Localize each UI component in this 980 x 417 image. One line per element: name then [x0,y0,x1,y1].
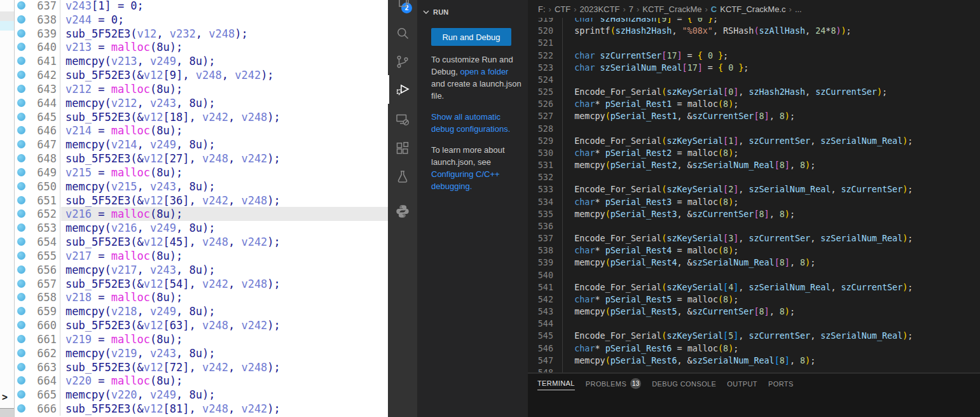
code-line[interactable]: 641memcpy(v213, v249, 8u); [15,54,388,68]
breakpoint-dot[interactable] [17,404,25,413]
code-line[interactable]: 527 memcpy(pSerial_Rest1, &szCurrentSer[… [528,110,980,122]
testing-icon[interactable] [395,169,410,185]
breakpoint-dot[interactable] [17,265,25,274]
code-line[interactable]: 528 [528,123,980,135]
code-line[interactable]: 651sub_5F52E3(&v12[36], v242, v248); [15,194,388,208]
breakpoint-dot[interactable] [17,140,25,148]
run-panel-link[interactable]: Show all automatic debug configurations. [431,112,510,134]
breakpoint-dot[interactable] [17,168,25,176]
panel-expand-arrow-icon[interactable]: > [2,392,13,406]
code-line[interactable]: 665memcpy(v220, v249, 8u); [15,388,388,402]
run-and-debug-icon[interactable] [395,81,410,97]
code-line[interactable]: 539 memcpy(pSerial_Rest4, &szSerialNum_R… [528,257,980,269]
code-line[interactable]: 647memcpy(v214, v249, 8u); [15,138,388,152]
run-section-header[interactable]: RUN [421,7,448,17]
code-line[interactable]: 531 memcpy(pSerial_Rest2, &szSerialNum_R… [528,159,980,171]
breakpoint-dot[interactable] [17,390,25,399]
breakpoint-dot[interactable] [17,1,25,10]
code-line[interactable]: 541 Encode_For_Serial(szKeySerial[4], sz… [528,281,980,293]
breakpoint-dot[interactable] [17,85,25,93]
code-line[interactable]: 654sub_5F52E3(&v12[45], v248, v242); [15,235,388,249]
code-line[interactable]: 533 Encode_For_Serial(szKeySerial[2], sz… [528,183,980,195]
code-line[interactable]: 521 [528,37,980,49]
breakpoint-dot[interactable] [17,321,25,329]
code-line[interactable]: 646v214 = malloc(8u); [15,124,388,138]
breadcrumb-item[interactable]: KCTF_CrackMe [642,4,701,14]
code-line[interactable]: 648sub_5F52E3(&v12[27], v248, v242); [15,152,388,166]
run-panel-link[interactable]: open a folder [460,67,509,76]
code-line[interactable]: 637v243[1] = 0; [15,0,388,13]
breakpoint-dot[interactable] [17,113,25,121]
code-line[interactable]: 642sub_5F52E3(&v12[9], v248, v242); [15,68,388,82]
breakpoint-dot[interactable] [17,335,25,343]
code-line[interactable]: 540 [528,269,980,281]
code-line[interactable]: 535 memcpy(pSerial_Rest3, &szCurrentSer[… [528,208,980,220]
code-line[interactable]: 526 char* pSerial_Rest1 = malloc(8); [528,98,980,110]
search-icon[interactable] [395,25,410,41]
breakpoint-dot[interactable] [17,363,25,371]
remote-explorer-icon[interactable] [395,112,410,127]
code-line[interactable]: 666sub_5F52E3(&v12[81], v248, v242); [15,402,388,416]
code-line[interactable]: 643v212 = malloc(8u); [15,82,388,96]
breakpoint-dot[interactable] [17,209,25,218]
code-line[interactable]: 523 char szSerialNum_Real[17] = { 0 }; [528,62,980,74]
code-line[interactable]: 544 [528,318,980,330]
breadcrumb-item[interactable]: F: [538,4,546,14]
breakpoint-dot[interactable] [17,99,25,107]
code-line[interactable]: 524 [528,74,980,86]
breakpoint-dot[interactable] [17,349,25,357]
breadcrumb-file[interactable]: CKCTF_CrackMe.c [711,4,786,14]
code-editor[interactable]: 519 char szHash2Hash[9] = { 0 };520 spri… [528,0,980,372]
breakpoint-dot[interactable] [17,376,25,385]
breakpoint-dot[interactable] [17,307,25,315]
panel-tab-output[interactable]: OUTPUT [727,380,757,390]
code-line[interactable]: 534 char* pSerial_Rest3 = malloc(8); [528,196,980,208]
code-line[interactable]: 529 Encode_For_Serial(szKeySerial[1], sz… [528,135,980,147]
code-line[interactable]: 538 char* pSerial_Rest4 = malloc(8); [528,244,980,257]
source-control-icon[interactable] [395,54,410,69]
code-line[interactable]: 532 [528,171,980,183]
code-line[interactable]: 537 Encode_For_Serial(szKeySerial[3], sz… [528,232,980,244]
breakpoint-dot[interactable] [17,182,25,190]
code-line[interactable]: 650memcpy(v215, v243, 8u); [15,180,388,194]
code-line[interactable]: 645sub_5F52E3(&v12[18], v242, v248); [15,110,388,124]
code-line[interactable]: 658v218 = malloc(8u); [15,290,388,304]
code-line[interactable]: 652v216 = malloc(8u); [15,207,388,221]
breakpoint-dot[interactable] [17,29,25,38]
code-line[interactable]: 638v244 = 0; [15,13,388,27]
code-line[interactable]: 543 memcpy(pSerial_Rest5, &szCurrentSer[… [528,306,980,318]
terminal-content[interactable]: 6535869776937694769681636582180944305012… [537,397,980,417]
code-line[interactable]: 664v220 = malloc(8u); [15,374,388,388]
code-line[interactable]: 530 char* pSerial_Rest2 = malloc(8); [528,147,980,159]
code-line[interactable]: 545 Encode_For_Serial(szKeySerial[5], sz… [528,330,980,342]
breakpoint-dot[interactable] [17,154,25,162]
breakpoint-dot[interactable] [17,57,25,65]
breakpoint-dot[interactable] [17,196,25,204]
code-line[interactable]: 663sub_5F52E3(&v12[72], v242, v248); [15,360,388,374]
code-line[interactable]: 656memcpy(v217, v243, 8u); [15,263,388,277]
code-line[interactable]: 520 sprintf(szHash2Hash, "%08x", RSHash(… [528,25,980,37]
breakpoint-dot[interactable] [17,293,25,301]
code-line[interactable]: 536 [528,220,980,232]
panel-tab-terminal[interactable]: TERMINAL [537,379,575,390]
code-line[interactable]: 547 memcpy(pSerial_Rest6, &szSerialNum_R… [528,355,980,367]
code-line[interactable]: 653memcpy(v216, v249, 8u); [15,221,388,235]
code-line[interactable]: 662memcpy(v219, v243, 8u); [15,346,388,360]
code-line[interactable]: 660sub_5F52E3(&v12[63], v248, v242); [15,318,388,332]
files-icon[interactable] [395,0,410,9]
code-line[interactable]: 655v217 = malloc(8u); [15,249,388,263]
code-line[interactable]: 644memcpy(v212, v243, 8u); [15,96,388,110]
code-line[interactable]: 649v215 = malloc(8u); [15,166,388,180]
code-line[interactable]: 639sub_5F52E3(v12, v232, v248); [15,27,388,41]
code-line[interactable]: 546 char* pSerial_Rest6 = malloc(8); [528,343,980,355]
breadcrumb-item[interactable]: 2023KCTF [580,4,620,14]
breakpoint-dot[interactable] [17,15,25,24]
code-line[interactable]: 659memcpy(v218, v249, 8u); [15,304,388,318]
code-line[interactable]: 522 char szCurrentSer[17] = { 0 }; [528,50,980,62]
code-line[interactable]: 657sub_5F52E3(&v12[54], v242, v248); [15,277,388,291]
breakpoint-dot[interactable] [17,237,25,246]
breakpoint-dot[interactable] [17,223,25,232]
panel-tab-debug-console[interactable]: DEBUG CONSOLE [652,380,716,390]
code-line[interactable]: 640v213 = malloc(8u); [15,40,388,54]
breakpoint-dot[interactable] [17,251,25,260]
